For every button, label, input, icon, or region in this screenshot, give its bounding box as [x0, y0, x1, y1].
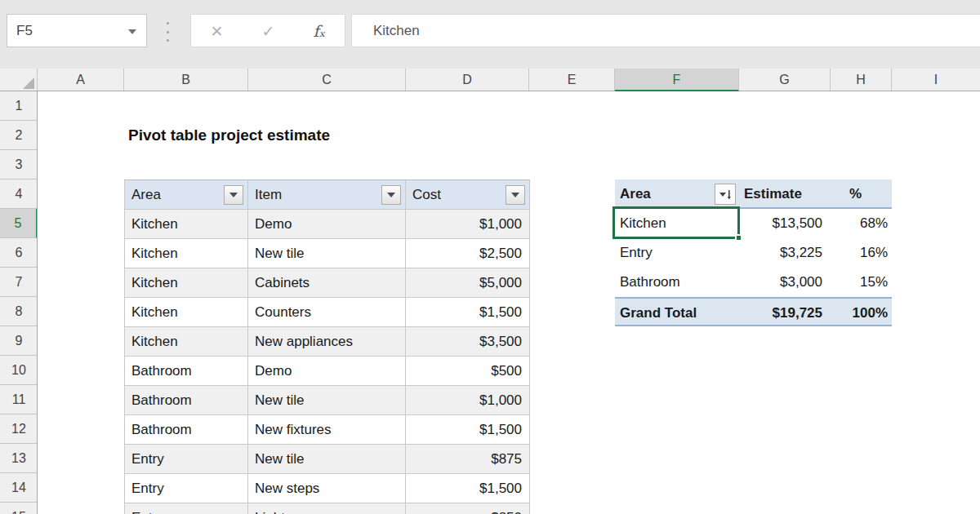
- row-header-1[interactable]: 1: [0, 91, 38, 121]
- pivot-cell-estimate[interactable]: $13,500: [739, 209, 831, 238]
- pivot-table: Area Estimate % Kitchen $13,500 68% Entr…: [615, 179, 892, 326]
- row-header-9[interactable]: 9: [0, 326, 38, 356]
- formula-bar[interactable]: Kitchen: [351, 14, 980, 47]
- pivot-total-label[interactable]: Grand Total: [615, 297, 739, 326]
- pivot-row: Bathroom $3,000 15%: [615, 268, 892, 297]
- cancel-icon[interactable]: ✕: [211, 22, 224, 40]
- cell-area[interactable]: Kitchen: [124, 268, 248, 298]
- pivot-total-estimate[interactable]: $19,725: [739, 297, 831, 326]
- pivot-row: Entry $3,225 16%: [615, 238, 892, 268]
- cell-cost[interactable]: $850: [406, 503, 530, 514]
- sheet-title-cell[interactable]: Pivot table project estimate: [128, 121, 330, 150]
- cell-item[interactable]: New tile: [248, 445, 406, 474]
- filter-dropdown-icon[interactable]: [381, 185, 401, 205]
- pivot-cell-area[interactable]: Bathroom: [615, 268, 739, 297]
- row-header-14[interactable]: 14: [0, 473, 38, 503]
- cell-area[interactable]: Bathroom: [124, 386, 248, 415]
- table-row: Bathroom New fixtures $1,500: [124, 415, 530, 445]
- name-box[interactable]: F5: [7, 14, 147, 47]
- column-header-h[interactable]: H: [831, 69, 892, 91]
- cell-item[interactable]: New tile: [248, 239, 406, 268]
- cell-item[interactable]: Demo: [248, 357, 406, 386]
- row-header-8[interactable]: 8: [0, 297, 38, 326]
- insert-function-icon[interactable]: fₓ: [313, 22, 325, 40]
- row-header-5-selected[interactable]: 5: [0, 209, 38, 238]
- cell-cost[interactable]: $1,500: [406, 474, 530, 503]
- cell-cost[interactable]: $1,500: [406, 298, 530, 327]
- cell-item[interactable]: New tile: [248, 386, 406, 415]
- cell-area[interactable]: Bathroom: [124, 415, 248, 445]
- column-header-b[interactable]: B: [124, 69, 248, 91]
- fill-handle[interactable]: [735, 234, 742, 241]
- cell-cost[interactable]: $875: [406, 445, 530, 474]
- row-header-10[interactable]: 10: [0, 356, 38, 385]
- pivot-header-percent[interactable]: %: [831, 179, 892, 209]
- cell-item[interactable]: Cabinets: [248, 268, 406, 298]
- cell-item[interactable]: New appliances: [248, 327, 406, 357]
- pivot-cell-percent[interactable]: 15%: [831, 268, 892, 297]
- pivot-cell-percent[interactable]: 68%: [831, 209, 892, 238]
- table-row: Entry New steps $1,500: [124, 474, 530, 503]
- cell-cost[interactable]: $1,000: [406, 210, 530, 239]
- cell-item[interactable]: New steps: [248, 474, 406, 503]
- cell-area[interactable]: Entry: [124, 474, 248, 503]
- enter-icon[interactable]: ✓: [261, 22, 274, 40]
- row-header-6[interactable]: 6: [0, 238, 38, 268]
- column-headers: A B C D E F G H I: [0, 69, 980, 91]
- row-header-12[interactable]: 12: [0, 414, 38, 444]
- column-header-f-selected[interactable]: F: [615, 69, 739, 91]
- column-header-c[interactable]: C: [248, 69, 406, 91]
- column-header-e[interactable]: E: [529, 69, 615, 91]
- row-header-4[interactable]: 4: [0, 179, 38, 209]
- cell-item[interactable]: Demo: [248, 210, 406, 239]
- selected-cell-outline[interactable]: [612, 206, 740, 239]
- row-header-7[interactable]: 7: [0, 268, 38, 297]
- filter-dropdown-icon[interactable]: [506, 185, 525, 205]
- cell-cost[interactable]: $1,500: [406, 415, 530, 445]
- cell-area[interactable]: Kitchen: [124, 298, 248, 327]
- data-table: Area Item Cost Kitchen Demo $1,000 Kitch…: [124, 179, 530, 514]
- cell-item[interactable]: Lights: [248, 503, 406, 514]
- pivot-sort-filter-icon[interactable]: [715, 184, 736, 205]
- table-row: Kitchen Counters $1,500: [124, 298, 530, 327]
- name-box-dropdown-icon[interactable]: [128, 29, 136, 34]
- column-header-d[interactable]: D: [406, 69, 529, 91]
- data-table-header-area[interactable]: Area: [124, 180, 248, 210]
- row-header-3[interactable]: 3: [0, 150, 38, 179]
- pivot-header-area[interactable]: Area: [615, 179, 739, 209]
- column-header-a[interactable]: A: [38, 69, 124, 91]
- filter-dropdown-icon[interactable]: [224, 185, 243, 205]
- cell-area[interactable]: Entry: [124, 445, 248, 474]
- cell-item[interactable]: Counters: [248, 298, 406, 327]
- header-label: Area: [620, 186, 651, 202]
- pivot-header-estimate[interactable]: Estimate: [739, 179, 831, 209]
- spreadsheet-app: F5 ✕ ✓ fₓ Kitchen A B C D E F G H I 1 2 …: [0, 0, 980, 514]
- pivot-cell-percent[interactable]: 16%: [831, 238, 892, 268]
- cell-cost[interactable]: $5,000: [406, 268, 530, 298]
- pivot-total-percent[interactable]: 100%: [831, 297, 892, 326]
- column-header-g[interactable]: G: [739, 69, 831, 91]
- cell-area[interactable]: Kitchen: [124, 327, 248, 357]
- column-header-i[interactable]: I: [892, 69, 980, 91]
- select-all-button[interactable]: [0, 69, 38, 91]
- cell-area[interactable]: Kitchen: [124, 210, 248, 239]
- row-header-15[interactable]: 15: [0, 503, 38, 514]
- cell-cost[interactable]: $2,500: [406, 239, 530, 268]
- pivot-cell-estimate[interactable]: $3,000: [739, 268, 831, 297]
- pivot-cell-area[interactable]: Entry: [615, 238, 739, 268]
- pivot-cell-estimate[interactable]: $3,225: [739, 238, 831, 268]
- row-header-11[interactable]: 11: [0, 385, 38, 414]
- cell-area[interactable]: Entry: [124, 503, 248, 514]
- row-header-13[interactable]: 13: [0, 444, 38, 473]
- cell-item[interactable]: New fixtures: [248, 415, 406, 445]
- cell-area[interactable]: Bathroom: [124, 357, 248, 386]
- data-table-header-cost[interactable]: Cost: [406, 180, 530, 210]
- cell-cost[interactable]: $500: [406, 357, 530, 386]
- header-label: Area: [131, 187, 161, 202]
- cell-cost[interactable]: $1,000: [406, 386, 530, 415]
- cell-area[interactable]: Kitchen: [124, 239, 248, 268]
- row-header-2[interactable]: 2: [0, 121, 38, 150]
- cell-cost[interactable]: $3,500: [406, 327, 530, 357]
- data-table-header-row: Area Item Cost: [124, 180, 530, 210]
- data-table-header-item[interactable]: Item: [248, 180, 406, 210]
